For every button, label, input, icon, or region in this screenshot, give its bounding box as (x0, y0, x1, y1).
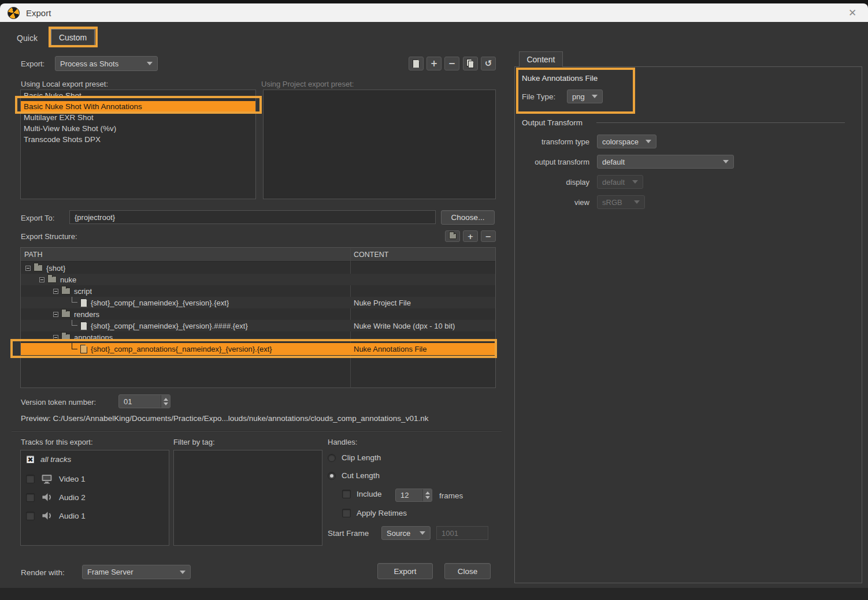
tree-elbow-connector (72, 297, 77, 303)
export-button[interactable]: Export (377, 563, 433, 579)
tree-node-content: Nuke Annotations File (350, 343, 426, 355)
add-preset-button[interactable]: + (426, 57, 442, 70)
choose-button[interactable]: Choose... (441, 210, 495, 225)
display-dropdown[interactable]: default (597, 175, 643, 189)
stepper-arrows[interactable] (422, 489, 432, 501)
add-folder-button[interactable] (445, 230, 460, 242)
list-item[interactable]: Multilayer EXR Shot (21, 112, 255, 123)
tree-row[interactable]: annotations (21, 331, 495, 343)
radio-selected[interactable] (328, 472, 336, 480)
new-preset-button[interactable] (409, 57, 424, 70)
chevron-down-icon (723, 160, 729, 163)
folder-icon (61, 288, 71, 295)
checkbox-checked-icon[interactable]: ✖ (26, 455, 35, 464)
project-preset-list[interactable] (263, 90, 496, 199)
tree-row[interactable]: script (21, 285, 495, 297)
tracks-list[interactable]: ✖ all tracks Video 1 Audio 2 Audio 1 (20, 450, 169, 546)
tree-row[interactable]: renders (21, 308, 495, 320)
export-mode-dropdown[interactable]: Process as Shots (55, 56, 158, 71)
radio-unselected[interactable] (328, 454, 336, 462)
track-label: Video 1 (59, 475, 86, 483)
include-frames-stepper[interactable]: 12 (395, 489, 432, 502)
include-label: Include (357, 490, 382, 498)
output-transform-dropdown[interactable]: default (597, 155, 734, 169)
view-dropdown[interactable]: sRGB (597, 195, 645, 209)
track-label: Audio 2 (59, 493, 86, 502)
tree-row[interactable]: {shot}_comp{_nameindex}_{version}.####.{… (21, 320, 495, 331)
close-button[interactable]: Close (444, 563, 491, 579)
collapse-icon[interactable] (25, 266, 31, 271)
revert-preset-button[interactable]: ↺ (481, 57, 496, 70)
cut-length-radio-row[interactable]: Cut Length (328, 471, 380, 480)
tree-header: PATH CONTENT (21, 248, 495, 262)
checkbox-unchecked[interactable] (26, 493, 35, 502)
tree-row[interactable]: {shot}_comp{_nameindex}_{version}.{ext} … (21, 297, 495, 308)
tree-node-label: {shot}_comp{_nameindex}_{version}.####.{… (91, 322, 248, 330)
tab-quick[interactable]: Quick (8, 30, 46, 46)
track-row-all-tracks[interactable]: ✖ all tracks (26, 455, 71, 464)
nuke-logo-icon (8, 7, 20, 19)
export-structure-tree[interactable]: PATH CONTENT {shot} nuke script {shot}_c… (20, 247, 496, 388)
export-dialog-window: Export ✕ Quick Custom Export: Process as… (0, 0, 868, 600)
tree-row[interactable]: nuke (21, 274, 495, 285)
file-type-dropdown[interactable]: png (567, 90, 603, 103)
checkbox-unchecked[interactable] (26, 512, 35, 520)
duplicate-preset-button[interactable] (463, 57, 478, 70)
checkbox-unchecked[interactable] (342, 490, 351, 498)
list-item[interactable]: Transcode Shots DPX (21, 134, 255, 145)
output-transform-label: output transform (521, 158, 589, 166)
frames-label: frames (439, 491, 463, 500)
chevron-down-icon (592, 95, 598, 98)
tab-content[interactable]: Content (519, 51, 563, 67)
track-row-video-1[interactable]: Video 1 (26, 474, 86, 484)
list-item[interactable]: Multi-View Nuke Shot (%v) (21, 123, 255, 134)
checkbox-unchecked[interactable] (342, 509, 351, 517)
track-row-audio-1[interactable]: Audio 1 (26, 510, 86, 521)
local-preset-list[interactable]: Basic Nuke Shot Basic Nuke Shot With Ann… (20, 90, 256, 199)
arrow-up-icon (164, 398, 168, 401)
start-frame-mode-dropdown[interactable]: Source (381, 526, 431, 540)
list-item-selected[interactable]: Basic Nuke Shot With Annotations (21, 101, 255, 112)
tree-node-label: {shot} (46, 264, 65, 273)
clip-length-radio-row[interactable]: Clip Length (328, 453, 381, 462)
plus-icon: + (468, 233, 474, 240)
view-label: view (521, 198, 589, 207)
file-icon (80, 299, 87, 307)
collapse-icon[interactable] (53, 335, 58, 340)
tab-custom[interactable]: Custom (51, 29, 95, 46)
stepper-arrows[interactable] (161, 395, 170, 408)
background-app-strip-bottom (0, 588, 868, 600)
render-with-dropdown[interactable]: Frame Server (82, 565, 191, 579)
add-structure-item-button[interactable]: + (463, 230, 478, 242)
start-frame-label: Start Frame (328, 529, 369, 538)
add-folder-icon (449, 233, 457, 239)
cut-length-label: Cut Length (342, 471, 380, 480)
version-token-stepper[interactable]: 01 (118, 394, 170, 408)
list-item[interactable]: Basic Nuke Shot (21, 90, 255, 101)
apply-retimes-row[interactable]: Apply Retimes (342, 509, 407, 517)
start-frame-mode-value: Source (387, 529, 416, 538)
export-to-label: Export To: (21, 214, 54, 222)
include-frames-row[interactable]: Include (342, 490, 382, 498)
collapse-icon[interactable] (39, 277, 44, 282)
remove-structure-item-button[interactable]: − (481, 230, 496, 242)
handles-label: Handles: (328, 438, 357, 446)
column-header-content[interactable]: CONTENT (350, 248, 388, 261)
checkbox-unchecked[interactable] (26, 475, 35, 483)
close-window-icon[interactable]: ✕ (845, 6, 860, 20)
collapse-icon[interactable] (53, 312, 58, 317)
collapse-icon[interactable] (53, 289, 58, 294)
filter-by-tag-list[interactable] (173, 450, 322, 546)
export-structure-label: Export Structure: (21, 232, 77, 241)
tree-row[interactable]: {shot} (21, 262, 495, 274)
revert-icon: ↺ (485, 59, 492, 68)
view-value: sRGB (602, 198, 630, 207)
speaker-icon (40, 492, 53, 502)
tree-row-selected[interactable]: {shot}_comp_annotations{_nameindex}_{ver… (21, 343, 495, 355)
start-frame-value-field[interactable]: 1001 (436, 526, 488, 540)
export-to-field[interactable]: {projectroot} (69, 210, 436, 224)
transform-type-dropdown[interactable]: colorspace (597, 135, 656, 148)
remove-preset-button[interactable]: − (444, 57, 459, 70)
column-header-path[interactable]: PATH (21, 248, 350, 261)
track-row-audio-2[interactable]: Audio 2 (26, 492, 86, 502)
